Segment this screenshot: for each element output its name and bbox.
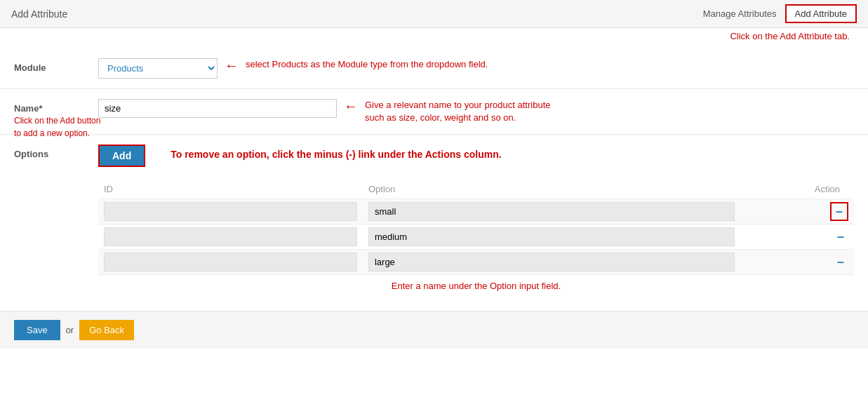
module-arrow-icon: ← — [225, 58, 239, 72]
topbar: Add Attribute Manage Attributes Add Attr… — [0, 0, 868, 28]
bottom-annotation: Enter a name under the Option input fiel… — [98, 275, 854, 294]
topbar-title: Add Attribute — [11, 8, 67, 20]
table-row: – — [98, 250, 854, 275]
name-arrow-icon: ← — [344, 99, 358, 113]
add-btn-annotation: Click on the Add button to add a new opt… — [14, 114, 105, 140]
options-row: Options Add To remove an option, click t… — [0, 135, 868, 304]
name-content: ← Give a relevant name to your product a… — [98, 99, 854, 124]
id-input[interactable] — [104, 253, 357, 271]
add-attribute-tab[interactable]: Add Attribute — [785, 4, 857, 23]
module-content: Products ← select Products as the Module… — [98, 58, 854, 79]
col-header-option: Option — [363, 180, 741, 199]
options-annotation: To remove an option, click the minus (-)… — [171, 145, 501, 160]
name-row: Name* ← Give a relevant name to your pro… — [0, 89, 868, 135]
manage-attributes-link[interactable]: Manage Attributes — [703, 8, 777, 19]
minus-button[interactable]: – — [833, 253, 848, 271]
minus-button[interactable]: – — [833, 228, 848, 246]
option-input[interactable] — [368, 202, 735, 221]
options-table: ID Option Action ––– — [98, 180, 854, 275]
save-button[interactable]: Save — [14, 320, 60, 340]
module-label: Module — [14, 58, 98, 73]
name-annotation: Give a relevant name to your product att… — [365, 99, 550, 124]
module-row: Module Products ← select Products as the… — [0, 48, 868, 89]
topbar-actions: Manage Attributes Add Attribute — [703, 4, 857, 23]
minus-button[interactable]: – — [830, 202, 848, 221]
footer-bar: Save or Go Back — [0, 311, 868, 349]
id-input[interactable] — [104, 202, 357, 221]
topright-annotation: Click on the Add Attribute tab. — [730, 31, 857, 41]
id-input[interactable] — [104, 227, 357, 246]
go-back-button[interactable]: Go Back — [79, 320, 134, 340]
module-annotation: select Products as the Module type from … — [246, 58, 488, 71]
option-input[interactable] — [368, 253, 735, 271]
main-content: Module Products ← select Products as the… — [0, 41, 868, 311]
name-label: Name* — [14, 99, 98, 114]
col-header-id: ID — [98, 180, 363, 199]
option-input[interactable] — [368, 227, 735, 246]
name-input[interactable] — [98, 99, 337, 118]
table-row: – — [98, 224, 854, 250]
options-content: Add To remove an option, click the minus… — [98, 145, 854, 294]
or-label: or — [66, 325, 74, 335]
module-select[interactable]: Products — [98, 58, 218, 79]
col-header-action: Action — [740, 180, 854, 199]
table-row: – — [98, 199, 854, 224]
options-label: Options — [14, 145, 98, 159]
add-option-button[interactable]: Add — [98, 145, 145, 167]
